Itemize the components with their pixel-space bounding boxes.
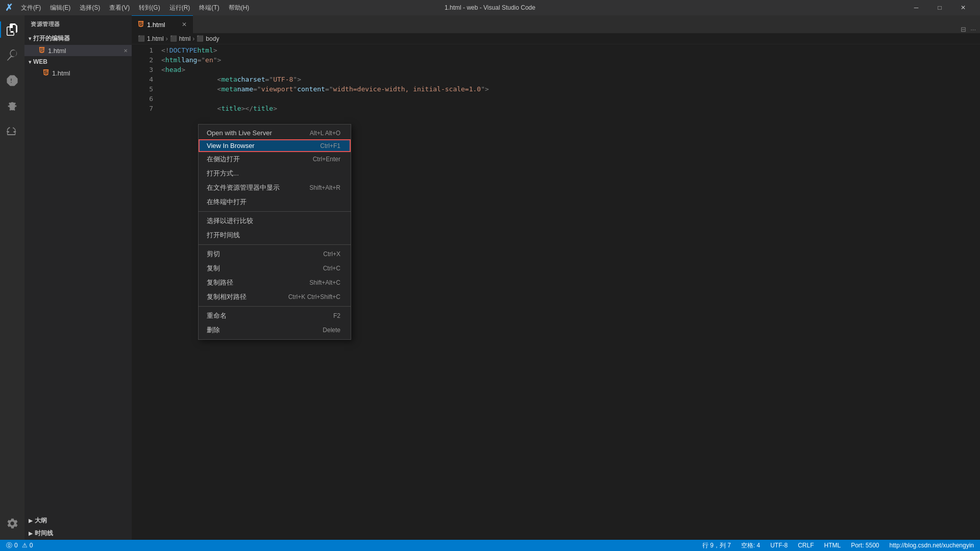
ctx-view-browser-label: View In Browser (207, 142, 255, 149)
line-ending-text: CRLF (798, 542, 814, 549)
ctx-copy-path-shortcut: Shift+Alt+C (309, 279, 340, 286)
scrollbar[interactable] (973, 44, 980, 540)
menu-help[interactable]: 帮助(H) (225, 2, 254, 14)
ctx-separator-2 (199, 244, 351, 245)
breadcrumb-body[interactable]: body (206, 35, 219, 42)
activity-git[interactable] (0, 68, 24, 93)
ctx-open-with[interactable]: 打开方式... (199, 166, 351, 181)
spaces-text: 空格: 4 (741, 541, 760, 550)
title-bar: ✗ 文件(F) 编辑(E) 选择(S) 查看(V) 转到(G) 运行(R) 终端… (0, 0, 980, 15)
breadcrumb-file[interactable]: 1.html (147, 35, 164, 42)
ctx-copy-relative[interactable]: 复制相对路径 Ctrl+K Ctrl+Shift+C (199, 290, 351, 304)
ctx-delete-label: 删除 (207, 325, 220, 335)
breadcrumb-html[interactable]: html (179, 35, 191, 42)
code-line-1: <!DOCTYPE html> (161, 45, 973, 55)
ctx-copy-relative-shortcut: Ctrl+K Ctrl+Shift+C (288, 293, 340, 300)
tab-bar-actions: ⊟ ··· (957, 26, 980, 33)
activity-search[interactable] (0, 43, 24, 67)
activity-explorer[interactable] (0, 17, 24, 42)
ctx-copy-path[interactable]: 复制路径 Shift+Alt+C (199, 276, 351, 290)
sidebar-bottom: ▶ 大纲 ▶ 时间线 (24, 514, 132, 540)
menu-edit[interactable]: 编辑(E) (46, 2, 75, 14)
chevron-down-icon-2: ▾ (29, 59, 31, 65)
ctx-open-side[interactable]: 在侧边打开 Ctrl+Enter (199, 152, 351, 166)
menu-view[interactable]: 查看(V) (105, 2, 134, 14)
ctx-copy[interactable]: 复制 Ctrl+C (199, 261, 351, 276)
ctx-view-browser-shortcut: Ctrl+F1 (320, 142, 340, 149)
web-section-label: WEB (33, 58, 47, 65)
line-col-text: 行 9，列 7 (702, 541, 731, 550)
chevron-right-icon: ▶ (29, 518, 33, 523)
minimize-button[interactable]: ─ (904, 0, 928, 15)
open-editors-label: 打开的编辑器 (33, 34, 70, 43)
ctx-open-terminal[interactable]: 在终端中打开 (199, 195, 351, 209)
html-file-icon-2 (43, 69, 49, 77)
activity-debug[interactable] (0, 94, 24, 118)
ctx-compare[interactable]: 选择以进行比较 (199, 214, 351, 228)
breadcrumb-html-icon: ⬛ (170, 35, 177, 42)
ctx-timeline[interactable]: 打开时间线 (199, 228, 351, 242)
breadcrumb-sep-2: › (192, 35, 194, 42)
status-spaces[interactable]: 空格: 4 (739, 541, 762, 550)
status-encoding[interactable]: UTF-8 (768, 542, 790, 549)
outline-section[interactable]: ▶ 大纲 (24, 514, 132, 527)
activity-extensions[interactable] (0, 119, 24, 144)
status-bar: ⓪ 0 ⚠ 0 行 9，列 7 空格: 4 UTF-8 CRLF HTML Po… (0, 540, 980, 551)
timeline-section[interactable]: ▶ 时间线 (24, 527, 132, 540)
open-editors-section[interactable]: ▾ 打开的编辑器 (24, 32, 132, 45)
menu-bar: 文件(F) 编辑(E) 选择(S) 查看(V) 转到(G) 运行(R) 终端(T… (17, 2, 253, 14)
ctx-view-in-browser[interactable]: View In Browser Ctrl+F1 (199, 139, 351, 152)
sidebar: 资源管理器 ▾ 打开的编辑器 1.html ✕ ▾ WEB 1.html ▶ 大… (24, 15, 132, 540)
ctx-show-in-explorer[interactable]: 在文件资源管理器中显示 Shift+Alt+R (199, 181, 351, 195)
status-link[interactable]: http://blog.csdn.net/xuchengyin (888, 542, 976, 549)
code-editor[interactable]: 1 2 3 4 5 6 7 <!DOCTYPE html> <html lang… (132, 44, 980, 540)
menu-run[interactable]: 运行(R) (165, 2, 194, 14)
breadcrumb-file-icon: ⬛ (138, 35, 145, 42)
editor-area: 1.html ✕ ⊟ ··· ⬛ 1.html › ⬛ html › ⬛ bod… (132, 15, 980, 540)
ctx-rename[interactable]: 重命名 F2 (199, 309, 351, 323)
chevron-down-icon: ▾ (29, 36, 31, 41)
menu-terminal[interactable]: 终端(T) (195, 2, 223, 14)
ctx-cut[interactable]: 剪切 Ctrl+X (199, 247, 351, 261)
main-layout: 资源管理器 ▾ 打开的编辑器 1.html ✕ ▾ WEB 1.html ▶ 大… (0, 15, 980, 540)
ctx-open-live-server[interactable]: Open with Live Server Alt+L Alt+O (199, 127, 351, 139)
status-errors[interactable]: ⓪ 0 ⚠ 0 (4, 541, 35, 550)
maximize-button[interactable]: □ (928, 0, 951, 15)
close-editor-icon[interactable]: ✕ (124, 48, 128, 54)
split-editor-icon[interactable]: ⊟ (961, 26, 966, 33)
web-file-item[interactable]: 1.html (24, 67, 132, 79)
close-button[interactable]: ✕ (951, 0, 975, 15)
menu-goto[interactable]: 转到(G) (135, 2, 164, 14)
web-filename: 1.html (52, 69, 70, 77)
ctx-rename-shortcut: F2 (333, 312, 340, 319)
menu-select[interactable]: 选择(S) (76, 2, 104, 14)
status-line-ending[interactable]: CRLF (796, 542, 816, 549)
error-icon: ⓪ (6, 541, 12, 550)
status-line-col[interactable]: 行 9，列 7 (700, 541, 733, 550)
timeline-label: 时间线 (35, 529, 53, 538)
ctx-copy-label: 复制 (207, 264, 220, 273)
ctx-delete[interactable]: 删除 Delete (199, 323, 351, 337)
tab-close-icon[interactable]: ✕ (182, 21, 187, 28)
ctx-cut-label: 剪切 (207, 249, 220, 259)
status-language[interactable]: HTML (822, 542, 843, 549)
more-actions-icon[interactable]: ··· (970, 26, 976, 33)
language-text: HTML (824, 542, 841, 549)
ctx-delete-shortcut: Delete (323, 327, 340, 334)
ctx-separator-1 (199, 211, 351, 212)
ctx-rename-label: 重命名 (207, 311, 227, 320)
chevron-right-icon-2: ▶ (29, 531, 33, 536)
tab-1html[interactable]: 1.html ✕ (132, 15, 193, 33)
title-bar-left: ✗ 文件(F) 编辑(E) 选择(S) 查看(V) 转到(G) 运行(R) 终端… (5, 2, 253, 14)
activity-settings[interactable] (0, 511, 24, 536)
breadcrumb: ⬛ 1.html › ⬛ html › ⬛ body (132, 33, 980, 44)
open-editor-item[interactable]: 1.html ✕ (24, 45, 132, 56)
ctx-open-with-label: 打开方式... (207, 169, 239, 178)
context-menu: Open with Live Server Alt+L Alt+O View I… (198, 124, 351, 340)
status-port[interactable]: Port: 5500 (849, 542, 881, 549)
menu-file[interactable]: 文件(F) (17, 2, 45, 14)
tab-filename: 1.html (147, 21, 165, 29)
ctx-copy-shortcut: Ctrl+C (323, 265, 340, 272)
status-bar-right: 行 9，列 7 空格: 4 UTF-8 CRLF HTML Port: 5500… (700, 541, 976, 550)
web-section[interactable]: ▾ WEB (24, 56, 132, 67)
